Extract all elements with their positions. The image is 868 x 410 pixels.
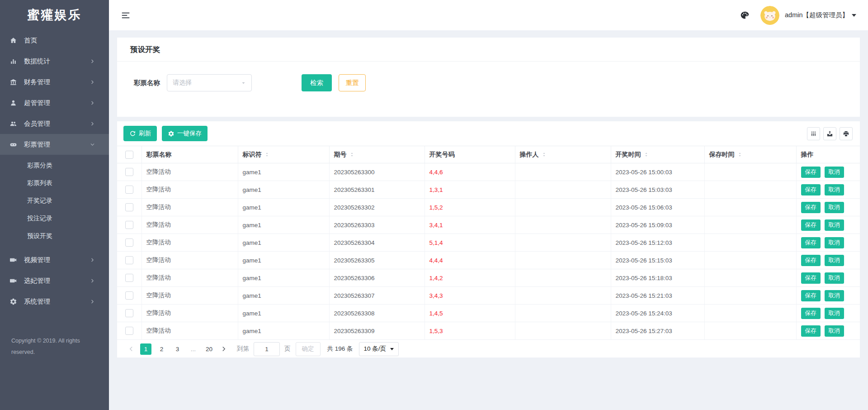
- cell-save_time: [704, 199, 796, 216]
- cell-save_time: [704, 216, 796, 234]
- columns-button[interactable]: [807, 127, 820, 140]
- chevron-right-icon: [90, 278, 95, 283]
- row-checkbox[interactable]: [125, 238, 133, 247]
- user-menu[interactable]: admin【超级管理员】: [785, 11, 856, 19]
- sidebar-item[interactable]: 视频管理: [0, 249, 109, 270]
- page-button[interactable]: 3: [172, 343, 183, 355]
- refresh-button[interactable]: 刷新: [123, 126, 157, 141]
- chart-icon: [9, 57, 17, 65]
- sidebar-item-label: 选妃管理: [24, 277, 90, 285]
- cell-issue: 202305263309: [329, 322, 425, 340]
- save-button[interactable]: 保存: [801, 272, 821, 284]
- sidebar-submenu: 彩票分类彩票列表开奖记录投注记录预设开奖: [0, 155, 109, 249]
- cell-draw_time: 2023-05-26 15:00:03: [611, 163, 704, 181]
- cell-issue: 202305263306: [329, 269, 425, 287]
- table-body: 空降活动game12023052633004,4,62023-05-26 15:…: [117, 163, 860, 340]
- row-checkbox[interactable]: [125, 256, 133, 264]
- save-button[interactable]: 保存: [801, 202, 821, 213]
- cell-code: game1: [238, 199, 329, 216]
- header-cell: 开奖时间: [611, 146, 704, 163]
- cell-draw_time: 2023-05-26 15:24:03: [611, 305, 704, 322]
- sidebar-subitem[interactable]: 彩票分类: [0, 157, 109, 174]
- sidebar-item[interactable]: 财务管理: [0, 72, 109, 92]
- sort-icon[interactable]: [737, 152, 743, 157]
- sort-icon[interactable]: [643, 152, 649, 157]
- sidebar-item[interactable]: 数据统计: [0, 51, 109, 72]
- sidebar-item[interactable]: 会员管理: [0, 113, 109, 134]
- palette-icon[interactable]: [740, 10, 750, 20]
- row-checkbox[interactable]: [125, 168, 133, 176]
- save-button[interactable]: 保存: [801, 308, 821, 319]
- cell-code: game1: [238, 234, 329, 252]
- cell-actions: 保存取消: [796, 181, 860, 199]
- cancel-button[interactable]: 取消: [825, 202, 844, 213]
- cancel-button[interactable]: 取消: [825, 290, 844, 301]
- sidebar-item[interactable]: 超管管理: [0, 92, 109, 113]
- sidebar-item[interactable]: 系统管理: [0, 291, 109, 312]
- search-button[interactable]: 检索: [302, 74, 332, 91]
- export-button[interactable]: [823, 127, 836, 140]
- cell-numbers: 1,5,3: [425, 322, 515, 340]
- cancel-button[interactable]: 取消: [825, 219, 844, 231]
- save-button[interactable]: 保存: [801, 219, 821, 231]
- cancel-button[interactable]: 取消: [825, 255, 844, 266]
- page-button[interactable]: 1: [140, 343, 151, 355]
- sort-icon[interactable]: [349, 152, 355, 157]
- save-button[interactable]: 保存: [801, 237, 821, 248]
- table-panel: 刷新 一键保存 彩票名称标识符期号开奖号码操作人开奖时间保存时间操作 空降活动: [117, 121, 860, 358]
- filter-panel: 预设开奖 彩票名称 请选择 检索 重置: [117, 38, 860, 117]
- sort-icon[interactable]: [541, 152, 547, 157]
- confirm-button[interactable]: 确定: [296, 342, 321, 356]
- sidebar-subitem[interactable]: 投注记录: [0, 210, 109, 227]
- save-button[interactable]: 保存: [801, 325, 821, 337]
- cancel-button[interactable]: 取消: [825, 237, 844, 248]
- sidebar-subitem[interactable]: 开奖记录: [0, 192, 109, 210]
- save-button[interactable]: 保存: [801, 184, 821, 195]
- prev-page-button[interactable]: [128, 346, 134, 352]
- sort-icon[interactable]: [264, 152, 270, 157]
- cell-issue: 202305263301: [329, 181, 425, 199]
- table-row: 空降活动game12023052633073,4,32023-05-26 15:…: [117, 287, 860, 305]
- cancel-button[interactable]: 取消: [825, 308, 844, 319]
- next-page-button[interactable]: [221, 346, 227, 352]
- cell-operator: [515, 252, 611, 269]
- save-button[interactable]: 保存: [801, 290, 821, 301]
- cell-code: game1: [238, 216, 329, 234]
- select-all-checkbox[interactable]: [125, 151, 133, 159]
- row-checkbox[interactable]: [125, 203, 133, 211]
- table-row: 空降活动game12023052633033,4,12023-05-26 15:…: [117, 216, 860, 234]
- sidebar-item[interactable]: 首页: [0, 30, 109, 51]
- sidebar-item[interactable]: 选妃管理: [0, 270, 109, 291]
- row-checkbox[interactable]: [125, 186, 133, 194]
- sidebar-item[interactable]: 彩票管理: [0, 134, 109, 155]
- row-checkbox[interactable]: [125, 274, 133, 282]
- goto-page-input[interactable]: [254, 342, 280, 356]
- row-checkbox[interactable]: [125, 221, 133, 229]
- sidebar-subitem[interactable]: 彩票列表: [0, 174, 109, 192]
- reset-button[interactable]: 重置: [339, 74, 366, 91]
- cancel-button[interactable]: 取消: [825, 272, 844, 284]
- lottery-name-select[interactable]: 请选择: [167, 74, 252, 91]
- save-button[interactable]: 保存: [801, 167, 821, 178]
- avatar[interactable]: [760, 6, 779, 25]
- row-checkbox[interactable]: [125, 309, 133, 317]
- print-button[interactable]: [840, 127, 853, 140]
- cell-operator: [515, 163, 611, 181]
- cell-name: 空降活动: [142, 181, 238, 199]
- cell-operator: [515, 269, 611, 287]
- page-size-select[interactable]: 10 条/页: [359, 342, 399, 356]
- cancel-button[interactable]: 取消: [825, 167, 844, 178]
- cancel-button[interactable]: 取消: [825, 184, 844, 195]
- page-button[interactable]: 20: [203, 343, 215, 355]
- sidebar-subitem[interactable]: 预设开奖: [0, 227, 109, 245]
- cell-actions: 保存取消: [796, 199, 860, 216]
- row-checkbox[interactable]: [125, 291, 133, 300]
- row-checkbox[interactable]: [125, 327, 133, 335]
- cell-name: 空降活动: [142, 234, 238, 252]
- save-button[interactable]: 保存: [801, 255, 821, 266]
- cancel-button[interactable]: 取消: [825, 325, 844, 337]
- save-all-button[interactable]: 一键保存: [162, 126, 208, 141]
- cell-numbers: 4,4,4: [425, 252, 515, 269]
- page-button[interactable]: 2: [156, 343, 167, 355]
- menu-fold-icon[interactable]: [121, 10, 131, 20]
